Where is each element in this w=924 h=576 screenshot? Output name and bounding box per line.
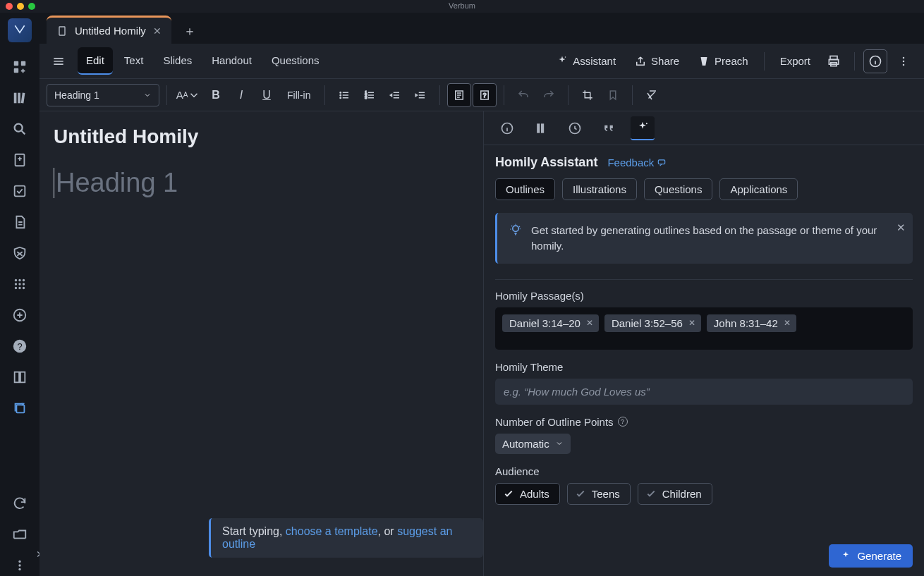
svg-point-37 (340, 94, 341, 96)
subtab-applications[interactable]: Applications (719, 178, 798, 200)
subtab-illustrations[interactable]: Illustrations (562, 178, 637, 200)
svg-point-13 (18, 283, 20, 285)
share-button[interactable]: Share (627, 51, 686, 72)
indent-icon (414, 89, 427, 102)
kebab-button[interactable] (892, 49, 916, 73)
share-icon (634, 55, 647, 68)
underline-button[interactable]: U (255, 83, 279, 107)
choose-template-link[interactable]: choose a template (286, 525, 378, 537)
remove-token-icon[interactable]: ✕ (586, 318, 593, 328)
svg-point-14 (23, 283, 25, 285)
subtab-handout[interactable]: Handout (203, 47, 260, 75)
shield-icon[interactable] (9, 243, 30, 264)
window-zoom-icon[interactable] (28, 3, 35, 10)
quote-icon (602, 121, 616, 135)
svg-rect-0 (14, 61, 18, 66)
subtab-edit[interactable]: Edit (78, 47, 113, 75)
menu-icon[interactable] (48, 51, 69, 72)
feedback-link[interactable]: Feedback (607, 157, 667, 168)
assistant-button[interactable]: Assistant (549, 51, 623, 72)
number-list-icon: 123 (363, 89, 376, 102)
app-logo[interactable] (8, 18, 32, 42)
passage-token: Daniel 3:14–20✕ (502, 314, 599, 332)
close-hint-icon[interactable]: ✕ (896, 220, 906, 235)
search-icon[interactable] (9, 118, 30, 140)
window-close-icon[interactable] (6, 3, 13, 10)
info-button[interactable] (863, 49, 887, 73)
generate-button[interactable]: Generate (829, 544, 913, 568)
export-button[interactable]: Export (773, 51, 817, 71)
remove-token-icon[interactable]: ✕ (688, 318, 695, 328)
dashboard-icon[interactable] (9, 56, 30, 78)
audience-adults[interactable]: Adults (495, 483, 560, 505)
share-label: Share (651, 55, 679, 67)
subtab-outlines[interactable]: Outlines (495, 178, 555, 200)
audience-teens[interactable]: Teens (567, 483, 631, 505)
subtab-questions[interactable]: Questions (644, 178, 713, 200)
divider (439, 85, 440, 105)
number-list-button[interactable]: 123 (358, 83, 382, 107)
close-tab-icon[interactable]: ✕ (153, 25, 162, 37)
new-tab-button[interactable]: ＋ (177, 18, 202, 44)
undo-button[interactable] (511, 83, 535, 107)
panel-tabstrip (484, 111, 924, 145)
indent-button[interactable] (408, 83, 432, 107)
document-tab[interactable]: Untitled Homily ✕ (47, 16, 171, 44)
panel-tab-info[interactable] (495, 116, 519, 140)
bible-icon[interactable] (9, 149, 30, 171)
help-icon[interactable]: ? (618, 417, 628, 427)
passage-input[interactable]: Daniel 3:14–20✕ Daniel 3:52–56✕ John 8:3… (495, 307, 913, 350)
svg-rect-46 (537, 123, 540, 133)
style-select-value: Heading 1 (54, 90, 99, 101)
editor-hint: Start typing, choose a template, or sugg… (209, 518, 483, 558)
bullet-list-button[interactable] (332, 83, 356, 107)
points-select[interactable]: Automatic (495, 434, 571, 454)
editor-pane[interactable]: Untitled Homily Heading 1 Start typing, … (39, 111, 484, 576)
panel-tab-library[interactable] (529, 116, 553, 140)
chevron-down-icon (143, 91, 152, 99)
subtab-slides[interactable]: Slides (154, 47, 200, 75)
italic-button[interactable]: I (229, 83, 253, 107)
svg-rect-22 (20, 372, 25, 383)
panel-tab-assistant[interactable] (631, 116, 655, 140)
folder-icon[interactable] (9, 524, 30, 545)
remove-token-icon[interactable]: ✕ (784, 318, 791, 328)
help-icon[interactable]: ? (9, 336, 30, 357)
sync-icon[interactable] (9, 493, 30, 514)
theme-input[interactable] (495, 379, 913, 405)
copy-close-icon[interactable] (9, 398, 30, 419)
subtab-text[interactable]: Text (116, 47, 152, 75)
history-icon (568, 121, 582, 135)
fillin-button[interactable]: Fill-in (280, 83, 317, 107)
audience-children[interactable]: Children (638, 483, 712, 505)
notes-view-button[interactable] (447, 83, 471, 107)
preach-button[interactable]: Preach (691, 51, 755, 72)
crop-button[interactable] (576, 83, 600, 107)
outdent-button[interactable] (383, 83, 407, 107)
panel-tab-quotes[interactable] (597, 116, 621, 140)
svg-rect-21 (15, 372, 19, 383)
question-view-button[interactable]: ? (473, 83, 497, 107)
add-icon[interactable] (9, 305, 30, 326)
layout-icon[interactable] (9, 367, 30, 388)
redo-button[interactable] (537, 83, 561, 107)
window-minimize-icon[interactable] (17, 3, 24, 10)
document-icon[interactable] (9, 212, 30, 233)
clear-format-button[interactable] (640, 83, 664, 107)
panel-tab-history[interactable] (563, 116, 587, 140)
task-icon[interactable] (9, 180, 30, 202)
font-size-button[interactable]: AA (174, 83, 202, 107)
points-label: Number of Outline Points ? (484, 416, 924, 434)
svg-rect-47 (541, 123, 544, 133)
style-select[interactable]: Heading 1 (47, 84, 159, 106)
bookmark-button[interactable] (601, 83, 625, 107)
document-title[interactable]: Untitled Homily (54, 125, 469, 148)
more-icon[interactable] (9, 555, 30, 576)
subtab-questions[interactable]: Questions (263, 47, 328, 75)
apps-icon[interactable] (9, 274, 30, 295)
app-title: Verbum (449, 1, 475, 10)
library-icon[interactable] (9, 87, 30, 109)
assistant-hint: Get started by generating outlines based… (495, 213, 913, 264)
print-button[interactable] (822, 49, 846, 73)
bold-button[interactable]: B (204, 83, 228, 107)
